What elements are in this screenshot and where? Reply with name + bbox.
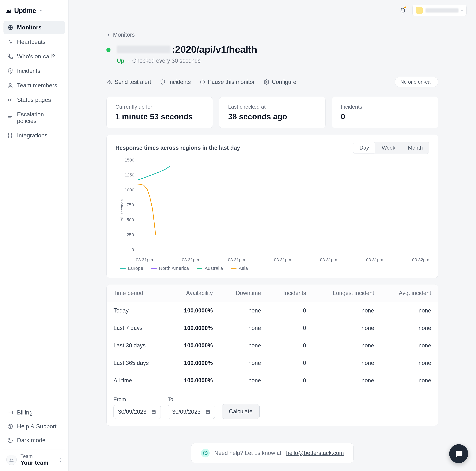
range-week[interactable]: Week: [375, 142, 402, 154]
oncall-pill[interactable]: No one on-call: [395, 77, 438, 87]
chart-ytick: 1500: [124, 158, 134, 163]
chart-ytick: 1250: [124, 172, 134, 178]
svg-point-17: [12, 459, 13, 460]
nav-billing[interactable]: Billing: [3, 406, 65, 419]
table-cell: All time: [107, 372, 167, 389]
legend-item[interactable]: Europe: [120, 266, 143, 271]
table-cell: none: [313, 320, 381, 337]
legend-item[interactable]: North America: [151, 266, 189, 271]
plug-icon: [7, 133, 13, 138]
svg-point-65: [205, 454, 205, 454]
table-cell: none: [381, 354, 438, 372]
custom-range-row: From 30/09/2023 To 30/09/2023 Calculate: [107, 389, 438, 426]
user-icon: [7, 83, 13, 88]
table-row: Today100.0000%none0nonenone: [107, 302, 438, 320]
table-header: Availability: [167, 285, 220, 302]
calendar-icon: [205, 409, 210, 414]
pause-monitor-button[interactable]: Pause this monitor: [200, 79, 255, 85]
table-cell: none: [313, 337, 381, 354]
user-menu[interactable]: [412, 5, 467, 16]
nav-integrations[interactable]: Integrations: [3, 129, 65, 142]
card-uptime: Currently up for 1 minute 53 seconds: [106, 97, 213, 128]
card-value: 38 seconds ago: [228, 112, 317, 121]
status-sep: ·: [128, 57, 129, 64]
notifications-button[interactable]: [399, 7, 406, 14]
nav-label: Escalation policies: [17, 111, 61, 124]
monitor-host-redacted: [117, 46, 170, 53]
svg-point-11: [11, 136, 12, 137]
card-value: 1 minute 53 seconds: [115, 112, 204, 121]
user-name-redacted: [425, 8, 459, 13]
broadcast-icon: [7, 97, 13, 103]
table-row: Last 7 days100.0000%none0nonenone: [107, 320, 438, 337]
help-email-link[interactable]: hello@betterstack.com: [286, 450, 344, 456]
table-header: Downtime: [220, 285, 268, 302]
range-toggle: Day Week Month: [353, 142, 429, 154]
legend-label: Asia: [239, 266, 248, 271]
from-date-input[interactable]: 30/09/2023: [114, 405, 161, 419]
svg-point-9: [11, 134, 12, 135]
team-avatar-icon: [6, 455, 17, 465]
range-day[interactable]: Day: [353, 142, 375, 154]
svg-point-8: [8, 134, 9, 135]
breadcrumb-back[interactable]: Monitors: [106, 32, 135, 38]
svg-rect-12: [8, 411, 13, 414]
card-label: Incidents: [341, 104, 429, 110]
nav-dark-mode[interactable]: Dark mode: [3, 434, 65, 447]
table-cell: Last 30 days: [107, 337, 167, 354]
table-header: Longest incident: [313, 285, 381, 302]
configure-button[interactable]: Configure: [264, 79, 296, 85]
brand-switcher[interactable]: Uptime: [3, 3, 65, 21]
nav-incidents[interactable]: Incidents: [3, 64, 65, 78]
chart-body: milliseconds 03:31pm03:31pm03:31pm03:31p…: [115, 159, 429, 262]
legend-item[interactable]: Asia: [231, 266, 248, 271]
calculate-button[interactable]: Calculate: [222, 404, 260, 419]
nav-label: Who's on-call?: [17, 53, 55, 60]
action-label: Incidents: [168, 79, 191, 85]
nav-label: Heartbeats: [17, 39, 46, 45]
action-label: Configure: [272, 79, 296, 85]
nav-status-pages[interactable]: Status pages: [3, 93, 65, 107]
table-row: All time100.0000%none0nonenone: [107, 372, 438, 389]
table-header: Time period: [107, 285, 167, 302]
nav-monitors[interactable]: Monitors: [3, 21, 65, 34]
svg-rect-60: [206, 410, 209, 414]
help-icon: [7, 423, 13, 429]
chart-ytick: 500: [124, 218, 134, 222]
table-cell: none: [381, 302, 438, 320]
chart-xtick: 03:31pm: [182, 257, 199, 262]
card-icon: [7, 410, 13, 416]
pulse-icon: [7, 39, 13, 45]
nav-oncall[interactable]: Who's on-call?: [3, 50, 65, 63]
response-time-chart: Response times across regions in the las…: [106, 135, 438, 278]
brand-logo-icon: [6, 8, 11, 14]
send-test-alert-button[interactable]: Send test alert: [106, 79, 151, 85]
chart-xticks: 03:31pm03:31pm03:31pm03:31pm03:31pm03:31…: [136, 257, 429, 262]
table-cell: Last 7 days: [107, 320, 167, 337]
chart-xtick: 03:31pm: [320, 257, 337, 262]
card-value: 0: [341, 112, 429, 121]
nav-team-members[interactable]: Team members: [3, 79, 65, 92]
range-month[interactable]: Month: [402, 142, 429, 154]
table-header: Incidents: [268, 285, 313, 302]
nav-heartbeats[interactable]: Heartbeats: [3, 35, 65, 49]
svg-point-3: [9, 84, 11, 85]
card-incidents: Incidents 0: [332, 97, 438, 128]
to-date-input[interactable]: 30/09/2023: [168, 405, 215, 419]
help-banner-icon: [201, 449, 210, 457]
table-cell: none: [220, 302, 268, 320]
nav-help[interactable]: Help & Support: [3, 420, 65, 433]
status-text: Up: [117, 57, 124, 64]
calendar-icon: [152, 409, 156, 414]
nav-escalation[interactable]: Escalation policies: [3, 108, 65, 128]
incidents-button[interactable]: Incidents: [160, 79, 191, 85]
chart-legend: EuropeNorth AmericaAustraliaAsia: [115, 266, 429, 271]
chat-icon: [454, 449, 463, 458]
team-switcher[interactable]: Team Your team: [3, 449, 65, 468]
table-cell: 0: [268, 372, 313, 389]
svg-point-4: [10, 100, 11, 101]
legend-item[interactable]: Australia: [197, 266, 223, 271]
globe-icon: [7, 25, 13, 31]
legend-swatch-icon: [120, 268, 126, 269]
intercom-launcher[interactable]: [449, 444, 468, 463]
